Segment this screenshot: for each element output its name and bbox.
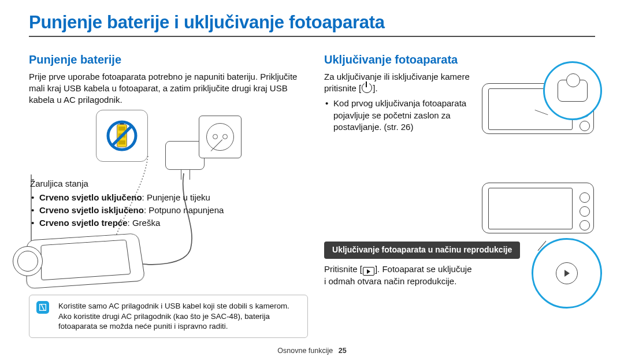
two-column-layout: Punjenje baterije Prije prve uporabe fot… <box>29 52 595 339</box>
playback-mode-instruction: Pritisnite []. Fotoaparat se uključuje i… <box>324 263 474 288</box>
footer-section-name: Osnovne funkcije <box>277 347 333 355</box>
playback-button-zoom-circle <box>532 238 602 309</box>
camera-back-view-illustration <box>27 235 159 288</box>
power-on-instruction: Za uključivanje ili isključivanje kamere… <box>324 71 474 95</box>
power-on-section: Uključivanje fotoaparata Za uključivanje… <box>324 52 595 339</box>
first-boot-bullet: Kod prvog uključivanja fotoaparata pojav… <box>325 98 474 133</box>
camera-power-button-illustration <box>474 64 601 139</box>
status-state-blink: Crveno svjetlo trepće: Greška <box>31 217 224 229</box>
charging-diagram: Žaruljica stanja Crveno svjetlo uključen… <box>29 110 308 289</box>
note-text: Koristite samo AC prilagodnik i USB kabe… <box>58 302 289 331</box>
playback-icon <box>363 267 374 276</box>
no-battery-direct-charge-icon <box>106 120 138 152</box>
power-button-zoom-circle <box>543 61 602 120</box>
charging-intro-text: Prije prve uporabe fotoaparata potrebno … <box>29 71 308 106</box>
power-on-text-block: Za uključivanje ili isključivanje kamere… <box>324 71 474 133</box>
status-state-on: Crveno svjetlo uključeno: Punjenje u tij… <box>31 192 224 203</box>
section-heading-charging: Punjenje baterije <box>29 52 308 68</box>
playback-mode-text-block: Pritisnite []. Fotoaparat se uključuje i… <box>324 263 474 288</box>
manual-page: Punjenje baterije i uključivanje fotoapa… <box>0 0 624 364</box>
status-light-legend: Žaruljica stanja Crveno svjetlo uključen… <box>30 178 224 233</box>
camera-playback-button-illustration <box>474 183 601 298</box>
note-icon <box>36 301 49 314</box>
charging-section: Punjenje baterije Prije prve uporabe fot… <box>29 52 308 339</box>
footer-page-number: 25 <box>339 347 347 355</box>
page-footer: Osnovne funkcije 25 <box>0 346 624 356</box>
status-states-list: Crveno svjetlo uključeno: Punjenje u tij… <box>31 192 224 229</box>
status-state-off: Crveno svjetlo isključeno: Potpuno napun… <box>31 205 224 216</box>
status-light-label: Žaruljica stanja <box>30 178 224 190</box>
power-icon <box>362 83 372 93</box>
page-title: Punjenje baterije i uključivanje fotoapa… <box>29 10 595 37</box>
caution-note: Koristite samo AC prilagodnik i USB kabe… <box>29 295 308 339</box>
